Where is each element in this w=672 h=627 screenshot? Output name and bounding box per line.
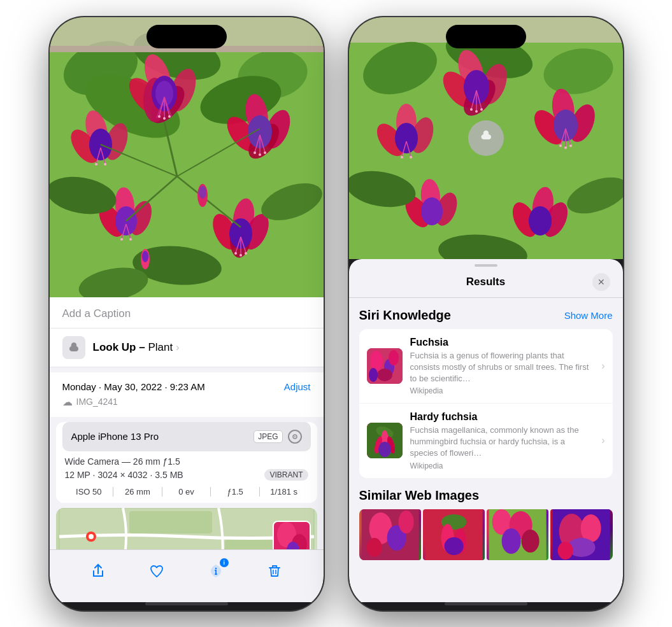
- fuchsia-desc: Fuchsia is a genus of flowering plants t…: [410, 350, 594, 385]
- sheet-title: Results: [380, 276, 592, 288]
- exif-focal: 26 mm: [113, 487, 162, 497]
- map-section[interactable]: [56, 508, 317, 549]
- show-more-button[interactable]: Show More: [564, 310, 613, 321]
- hardy-fuchsia-desc: Fuchsia magellanica, commonly known as t…: [410, 425, 594, 460]
- svg-point-145: [378, 442, 391, 457]
- svg-point-150: [398, 511, 413, 533]
- share-button[interactable]: [84, 557, 112, 585]
- similar-img-2[interactable]: [423, 509, 485, 560]
- svg-point-75: [294, 436, 296, 437]
- svg-point-155: [444, 537, 463, 555]
- fuchsia-name: Fuchsia: [410, 337, 594, 348]
- meta-section: Monday · May 30, 2022 · 9:23 AM Adjust ☁…: [50, 372, 324, 417]
- svg-point-159: [502, 528, 521, 554]
- fuchsia-source: Wikipedia: [410, 386, 594, 395]
- svg-point-103: [475, 110, 478, 113]
- home-indicator: [145, 602, 228, 605]
- camera-settings-icon[interactable]: [288, 430, 302, 444]
- svg-point-81: [89, 534, 94, 539]
- camera-details: Wide Camera — 26 mm ƒ1.5 12 MP · 3024 × …: [56, 451, 317, 487]
- hardy-fuchsia-chevron: ›: [601, 435, 604, 446]
- svg-point-120: [559, 144, 562, 147]
- similar-img-3[interactable]: [487, 509, 548, 560]
- svg-point-71: [199, 186, 206, 199]
- svg-point-135: [370, 351, 383, 371]
- knowledge-item-fuchsia[interactable]: Fuchsia Fuchsia is a genus of flowering …: [359, 329, 613, 404]
- svg-point-108: [395, 123, 418, 153]
- similar-img-1[interactable]: [359, 509, 421, 560]
- hardy-fuchsia-source: Wikipedia: [410, 461, 594, 470]
- svg-point-112: [410, 156, 412, 159]
- svg-point-104: [480, 108, 483, 111]
- photo-area-left[interactable]: [50, 17, 324, 297]
- svg-point-48: [120, 238, 123, 241]
- trash-button[interactable]: [261, 557, 289, 585]
- exif-aperture: ƒ1.5: [211, 487, 260, 497]
- photo-date: Monday · May 30, 2022 · 9:23 AM: [62, 381, 205, 392]
- mp-info: 12 MP · 3024 × 4032 · 3.5 MB: [65, 470, 183, 480]
- caption-area[interactable]: Add a Caption: [50, 297, 324, 328]
- info-button[interactable]: i: [202, 557, 230, 585]
- info-badge: i: [220, 558, 229, 567]
- knowledge-card: Fuchsia Fuchsia is a genus of flowering …: [359, 329, 613, 478]
- svg-point-102: [470, 108, 473, 111]
- svg-point-111: [401, 156, 403, 159]
- svg-point-30: [104, 163, 106, 166]
- filename: IMG_4241: [76, 397, 118, 407]
- svg-point-126: [421, 197, 443, 225]
- device-row: Apple iPhone 13 Pro JPEG: [62, 422, 311, 451]
- svg-point-20: [158, 115, 161, 118]
- location-thumbnail: [273, 521, 311, 549]
- flower-photo-left: [50, 17, 324, 297]
- svg-point-139: [369, 368, 378, 382]
- fuchsia-info: Fuchsia Fuchsia is a genus of flowering …: [410, 337, 594, 396]
- svg-point-165: [558, 542, 573, 560]
- hardy-fuchsia-thumbnail: [367, 423, 403, 458]
- svg-point-160: [522, 530, 540, 553]
- similar-images-grid: [359, 509, 613, 560]
- photo-info-panel: Add a Caption Look Up – Plant › Monday ·…: [50, 297, 324, 549]
- heart-button[interactable]: [143, 557, 171, 585]
- sheet-header: Results ✕: [349, 267, 623, 298]
- fuchsia-thumbnail: [367, 348, 403, 384]
- similar-web-images-section: Similar Web Images: [359, 488, 613, 560]
- dynamic-island-right: [446, 25, 526, 48]
- similar-img-4[interactable]: [550, 509, 612, 560]
- caption-placeholder: Add a Caption: [62, 307, 131, 320]
- svg-point-39: [254, 151, 256, 154]
- lookup-row[interactable]: Look Up – Plant ›: [50, 328, 324, 367]
- svg-point-22: [168, 115, 171, 118]
- fuchsia-chevron: ›: [601, 360, 604, 372]
- svg-point-49: [129, 238, 132, 241]
- photo-area-right[interactable]: [349, 17, 623, 259]
- cloud-icon: ☁: [62, 396, 73, 408]
- device-badges: JPEG: [254, 430, 301, 444]
- siri-knowledge-header: Siri Knowledge Show More: [359, 308, 613, 323]
- visual-lookup-icon: [62, 336, 85, 359]
- svg-point-73: [142, 251, 148, 262]
- results-sheet: Results ✕ Siri Knowledge Show More: [349, 259, 623, 602]
- bottom-toolbar: i: [50, 549, 324, 602]
- device-section: Apple iPhone 13 Pro JPEG Wide Camera — 2…: [56, 422, 317, 503]
- exif-ev: 0 ev: [162, 487, 211, 497]
- device-name: Apple iPhone 13 Pro: [71, 431, 159, 442]
- filename-row: ☁ IMG_4241: [62, 396, 311, 408]
- svg-point-29: [95, 163, 97, 166]
- close-button[interactable]: ✕: [592, 273, 610, 291]
- dynamic-island: [147, 25, 227, 48]
- hardy-fuchsia-name: Hardy fuchsia: [410, 411, 594, 423]
- exif-row: ISO 50 26 mm 0 ev ƒ1.5 1/181 s: [56, 487, 317, 503]
- svg-point-122: [569, 144, 572, 147]
- visual-search-button[interactable]: [468, 120, 504, 156]
- knowledge-item-hardy-fuchsia[interactable]: Hardy fuchsia Fuchsia magellanica, commo…: [359, 404, 613, 478]
- right-phone: Results ✕ Siri Knowledge Show More: [349, 17, 623, 610]
- exif-shutter: 1/181 s: [260, 487, 308, 497]
- sheet-content: Siri Knowledge Show More: [349, 298, 623, 602]
- left-phone: Add a Caption Look Up – Plant › Monday ·…: [50, 17, 324, 610]
- svg-point-59: [239, 254, 242, 257]
- svg-point-60: [245, 252, 247, 255]
- exif-iso: ISO 50: [65, 487, 114, 497]
- svg-point-58: [234, 252, 237, 255]
- jpeg-badge: JPEG: [254, 430, 282, 443]
- adjust-button[interactable]: Adjust: [284, 381, 311, 392]
